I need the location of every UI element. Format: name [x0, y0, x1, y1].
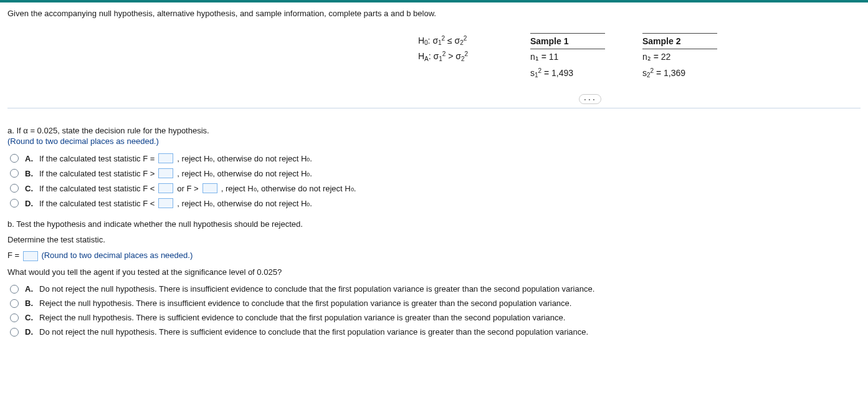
ha-line: HA: σ12 > σ22 — [418, 49, 468, 64]
part-a-options: A. If the calculated test statistic F = … — [10, 153, 858, 208]
part-b-note: (Round to two decimal places as needed.) — [41, 251, 193, 260]
sample-2-n: n₂ = 22 — [642, 49, 717, 64]
option-a-pre: If the calculated test statistic F = — [39, 154, 155, 163]
divider — [7, 108, 861, 108]
b-option-c-text: Reject the null hypothesis. There is suf… — [39, 313, 565, 322]
option-d-post: , reject H₀, otherwise do not reject H₀. — [177, 199, 312, 208]
option-c-row: C. If the calculated test statistic F < … — [10, 183, 858, 193]
radio-a[interactable] — [10, 154, 19, 163]
label-b: B. — [25, 169, 33, 178]
sample-1-header: Sample 1 — [530, 33, 605, 49]
option-a-post: , reject H₀, otherwise do not reject H₀. — [177, 154, 312, 163]
option-d-pre: If the calculated test statistic F < — [39, 199, 155, 208]
part-b-prompt: b. Test the hypothesis and indicate whet… — [7, 219, 861, 229]
sample-tables: Sample 1 n₁ = 11 s12 = 1,493 Sample 2 n₂… — [530, 33, 717, 82]
sample-2-table: Sample 2 n₂ = 22 s22 = 1,369 — [642, 33, 717, 82]
b-radio-c[interactable] — [10, 313, 19, 322]
option-a-row: A. If the calculated test statistic F = … — [10, 153, 858, 163]
b-radio-b[interactable] — [10, 299, 19, 308]
b-label-d: D. — [25, 327, 33, 337]
part-b-options: A. Do not reject the null hypothesis. Th… — [10, 284, 858, 337]
radio-d[interactable] — [10, 199, 19, 208]
option-b-pre: If the calculated test statistic F > — [39, 169, 155, 178]
hypotheses: H0: σ12 ≤ σ22 HA: σ12 > σ22 — [418, 33, 468, 82]
input-c1[interactable] — [158, 183, 173, 193]
option-c-pre: If the calculated test statistic F < — [39, 184, 155, 193]
option-b-row: B. If the calculated test statistic F > … — [10, 168, 858, 178]
b-option-d-text: Do not reject the null hypothesis. There… — [39, 327, 588, 337]
part-a-prompt: a. If α = 0.025, state the decision rule… — [7, 126, 861, 135]
option-c-mid: or F > — [177, 184, 198, 193]
b-label-a: A. — [25, 284, 33, 294]
part-a-note: (Round to two decimal places as needed.) — [7, 136, 861, 146]
label-d: D. — [25, 199, 33, 208]
option-c-post: , reject H₀, otherwise do not reject H₀. — [221, 184, 356, 193]
b-radio-a[interactable] — [10, 285, 19, 294]
sample-2-header: Sample 2 — [642, 33, 717, 49]
part-b: b. Test the hypothesis and indicate whet… — [7, 219, 861, 337]
more-button[interactable]: • • • — [579, 94, 601, 104]
ellipsis-row: • • • — [7, 94, 861, 104]
sample-1-s2: s12 = 1,493 — [530, 64, 605, 82]
feq: F = — [7, 251, 19, 260]
radio-c[interactable] — [10, 184, 19, 193]
input-b[interactable] — [158, 168, 173, 178]
b-label-c: C. — [25, 313, 33, 322]
option-b-post: , reject H₀, otherwise do not reject H₀. — [177, 169, 312, 178]
part-b-determine: Determine the test statistic. — [7, 235, 861, 244]
input-a[interactable] — [158, 153, 173, 163]
part-b-question: What would you tell the agent if you tes… — [7, 267, 861, 277]
b-option-c-row: C. Reject the null hypothesis. There is … — [10, 313, 858, 322]
label-a: A. — [25, 154, 33, 163]
intro-text: Given the accompanying null hypothesis, … — [7, 9, 861, 18]
b-option-a-text: Do not reject the null hypothesis. There… — [39, 284, 594, 294]
input-d[interactable] — [158, 198, 173, 208]
hypotheses-and-data: H0: σ12 ≤ σ22 HA: σ12 > σ22 Sample 1 n₁ … — [7, 33, 861, 82]
h0-line: H0: σ12 ≤ σ22 — [418, 33, 468, 49]
option-d-row: D. If the calculated test statistic F < … — [10, 198, 858, 208]
sample-1-table: Sample 1 n₁ = 11 s12 = 1,493 — [530, 33, 605, 82]
sample-2-s2: s22 = 1,369 — [642, 64, 717, 82]
b-option-d-row: D. Do not reject the null hypothesis. Th… — [10, 327, 858, 337]
label-c: C. — [25, 184, 33, 193]
b-option-a-row: A. Do not reject the null hypothesis. Th… — [10, 284, 858, 294]
b-option-b-row: B. Reject the null hypothesis. There is … — [10, 299, 858, 308]
b-option-b-text: Reject the null hypothesis. There is ins… — [39, 299, 571, 308]
radio-b[interactable] — [10, 169, 19, 178]
b-label-b: B. — [25, 299, 33, 308]
input-f[interactable] — [23, 251, 38, 261]
b-radio-d[interactable] — [10, 328, 19, 337]
content: Given the accompanying null hypothesis, … — [0, 2, 868, 350]
part-a: a. If α = 0.025, state the decision rule… — [7, 126, 861, 208]
input-c2[interactable] — [203, 183, 217, 193]
sample-1-n: n₁ = 11 — [530, 49, 605, 64]
test-stat-row: F = (Round to two decimal places as need… — [7, 251, 861, 261]
